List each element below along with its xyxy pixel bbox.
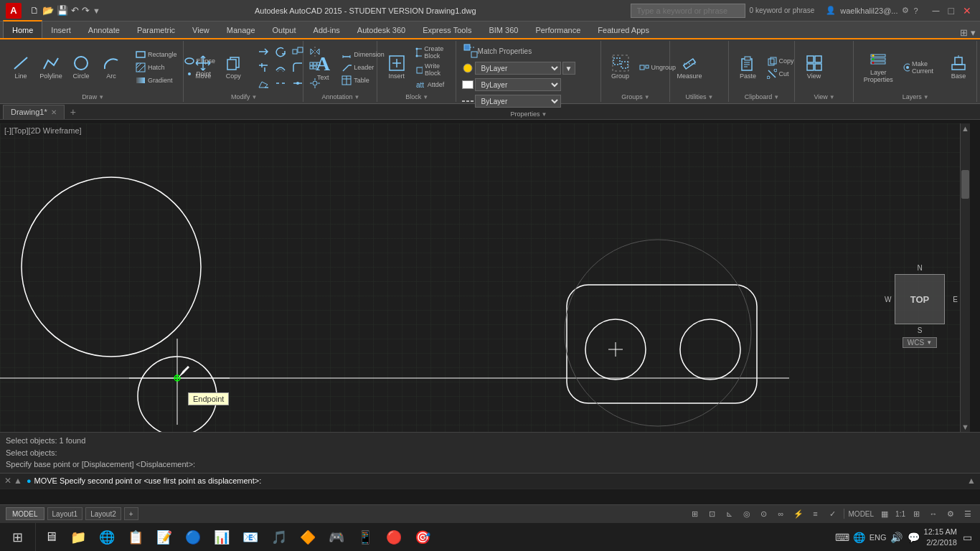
scroll-thumb[interactable] <box>961 170 969 199</box>
tab-output[interactable]: Output <box>264 22 305 38</box>
taskbar-item-5[interactable]: 🔵 <box>179 524 207 550</box>
command-input-row[interactable]: ✕ ▲ ● MOVE Specify second point or <use … <box>0 473 980 489</box>
help-icon[interactable]: ? <box>913 6 918 15</box>
paste-button[interactable]: Paste <box>735 53 762 81</box>
rotate-button[interactable] <box>273 44 288 59</box>
erase-button[interactable] <box>255 76 271 90</box>
scroll-down-btn[interactable]: ▼ <box>961 422 970 432</box>
tab-bim360[interactable]: BIM 360 <box>480 22 527 38</box>
scale-button[interactable] <box>290 44 306 59</box>
drawing-area[interactable]: X Y <box>0 123 970 432</box>
offset-button[interactable] <box>273 60 288 75</box>
view-panel-label[interactable]: View ▼ <box>801 92 849 100</box>
ortho-toggle[interactable]: ⊾ <box>723 507 736 520</box>
taskbar-item-0[interactable]: 🖥 <box>39 524 63 550</box>
line-button[interactable]: Line <box>7 53 34 81</box>
taskbar-item-7[interactable]: 📧 <box>237 524 264 550</box>
wcs-label[interactable]: WCS ▼ <box>903 337 937 348</box>
utilities-panel-label[interactable]: Utilities ▼ <box>676 92 724 100</box>
draw-panel-label[interactable]: Draw ▼ <box>7 92 179 100</box>
attdef-button[interactable]: att Attdef <box>413 79 451 90</box>
add-layout-button[interactable]: + <box>124 507 138 520</box>
layers-panel-label[interactable]: Layers ▼ <box>859 92 972 100</box>
taskbar-item-1[interactable]: 📁 <box>65 524 92 550</box>
fillet-button[interactable] <box>290 60 306 75</box>
tab-insert[interactable]: Insert <box>42 22 80 38</box>
taskbar-item-11[interactable]: 📱 <box>352 524 379 550</box>
snap-toggle[interactable]: ⊡ <box>706 507 719 520</box>
nav-cube-box[interactable]: TOP <box>895 274 945 324</box>
tab-expresstools[interactable]: Express Tools <box>414 22 480 38</box>
polyline-button[interactable]: Polyline <box>37 53 65 81</box>
tab-addins[interactable]: Add-ins <box>305 22 349 38</box>
canvas-area[interactable]: [-][Top][2D Wireframe] <box>0 123 970 432</box>
save-icon[interactable]: 💾 <box>57 5 68 16</box>
tab-parametric[interactable]: Parametric <box>128 22 184 38</box>
taskbar-item-2[interactable]: 🌐 <box>93 524 121 550</box>
maximize-btn[interactable]: □ <box>946 5 957 17</box>
drawing-tab-close[interactable]: ✕ <box>51 108 57 116</box>
break-button[interactable] <box>273 76 288 90</box>
layer-properties-button[interactable]: Layer Properties <box>859 50 897 85</box>
lang-indicator[interactable]: ENG <box>870 533 887 542</box>
layer-dropdown[interactable]: ByLayer <box>475 62 561 75</box>
drawing-tab[interactable]: Drawing1* ✕ <box>3 105 65 119</box>
app-icon[interactable]: A <box>6 3 22 19</box>
tab-annotate[interactable]: Annotate <box>80 22 128 38</box>
new-tab-button[interactable]: + <box>67 105 80 118</box>
taskbar-item-10[interactable]: 🎮 <box>323 524 350 550</box>
circle-button[interactable]: Circle <box>67 53 95 81</box>
vertical-scrollbar[interactable]: ▲ ▼ <box>960 123 970 432</box>
apps-icon[interactable]: ⊞ ▾ <box>960 27 976 38</box>
layout1-button[interactable]: Layout1 <box>47 507 83 520</box>
taskbar-item-13[interactable]: 🎯 <box>409 524 436 550</box>
taskbar-item-3[interactable]: 📋 <box>122 524 149 550</box>
measure-button[interactable]: Measure <box>676 53 704 81</box>
color-dropdown[interactable]: ByLayer <box>475 78 561 91</box>
tp-toggle[interactable]: ✓ <box>826 507 839 520</box>
trim-button[interactable] <box>255 60 271 75</box>
grid-toggle[interactable]: ⊞ <box>689 507 702 520</box>
tab-featuredapps[interactable]: Featured Apps <box>589 22 658 38</box>
minimize-btn[interactable]: ─ <box>930 5 943 17</box>
gradient-button[interactable]: Gradient <box>133 75 179 86</box>
cmd-scroll-up[interactable]: ▲ <box>967 476 976 486</box>
group-button[interactable]: Group <box>607 53 634 81</box>
close-btn[interactable]: ✕ <box>960 5 974 17</box>
tray-notification-icon[interactable]: 💬 <box>907 530 921 545</box>
taskbar-item-6[interactable]: 📊 <box>208 524 235 550</box>
osnap-toggle[interactable]: ⊙ <box>758 507 771 520</box>
rounded-rect[interactable] <box>567 285 757 403</box>
status-grid-icon[interactable]: ▦ <box>878 507 891 520</box>
copy-button[interactable]: Copy <box>220 53 247 81</box>
open-icon[interactable]: 📂 <box>42 5 54 16</box>
polar-toggle[interactable]: ◎ <box>740 507 753 520</box>
layout2-button[interactable]: Layout2 <box>85 507 121 520</box>
groups-panel-label[interactable]: Groups ▼ <box>607 92 665 100</box>
annotation-scale[interactable]: ⊞ <box>910 507 923 520</box>
inner-circle-right[interactable] <box>680 319 740 380</box>
tray-speaker-icon[interactable]: 🔊 <box>890 530 904 545</box>
sync-scales[interactable]: ↔ <box>927 507 940 520</box>
text-button[interactable]: A Text <box>309 52 336 83</box>
rectangle-button[interactable]: Rectangle <box>133 49 179 60</box>
tab-autodesk360[interactable]: Autodesk 360 <box>349 22 414 38</box>
write-block-button[interactable]: Write Block <box>413 62 451 77</box>
otrack-toggle[interactable]: ∞ <box>775 507 788 520</box>
undo-btn[interactable]: ↶ <box>71 5 79 16</box>
tray-keyboard-icon[interactable]: ⌨ <box>835 530 849 545</box>
clipboard-panel-label[interactable]: Clipboard ▼ <box>735 92 790 100</box>
sign-in-icon[interactable]: ⚙ <box>902 6 909 15</box>
redo-btn[interactable]: ↷ <box>82 5 90 16</box>
tab-view[interactable]: View <box>184 22 218 38</box>
make-current-button[interactable]: Make Current <box>900 60 942 75</box>
annotation-panel-label[interactable]: Annotation ▼ <box>309 92 372 100</box>
block-panel-label[interactable]: Block ▼ <box>383 92 451 100</box>
tab-home[interactable]: Home <box>3 20 42 38</box>
lw-toggle[interactable]: ≡ <box>809 507 822 520</box>
dynamic-toggle[interactable]: ⚡ <box>792 507 805 520</box>
cmd-x-btn[interactable]: ✕ <box>4 476 11 486</box>
base-button[interactable]: Base <box>945 53 972 81</box>
nav-cube[interactable]: N S E W TOP WCS ▼ <box>891 274 948 360</box>
tray-network-icon[interactable]: 🌐 <box>852 530 867 545</box>
